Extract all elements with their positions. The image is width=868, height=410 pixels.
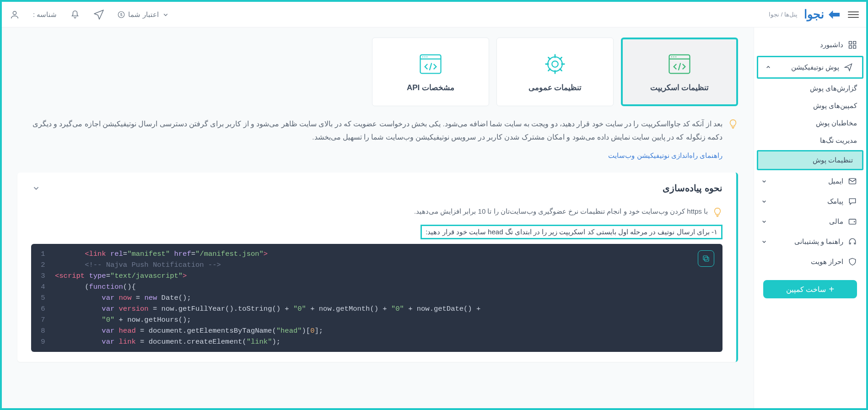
chevron-down-icon: [760, 198, 768, 205]
svg-point-13: [674, 56, 674, 57]
svg-rect-3: [849, 42, 852, 44]
sidebar-sub-campaigns[interactable]: کمپین‌های پوش: [754, 97, 866, 114]
bulb-icon: [728, 119, 738, 129]
create-campaign-label: ساخت کمپین: [786, 285, 826, 294]
info-block: بعد از آنکه کد جاوااسکریپت را در سایت خو…: [17, 117, 738, 144]
tab-label: تنظیمات عمومی: [528, 83, 582, 92]
card-title: نحوه پیاده‌سازی: [663, 183, 722, 194]
id-label: شناسه :: [33, 11, 57, 19]
sidebar: داشبورد پوش نوتیفیکیشن گزارش‌های پوش کمپ…: [754, 2, 866, 408]
logo[interactable]: نجوا: [804, 7, 841, 22]
svg-rect-22: [705, 257, 709, 261]
sidebar-item-sms[interactable]: پیامک: [754, 191, 866, 211]
code-line: 1 <link rel="manifest" href="/manifest.j…: [31, 248, 722, 259]
svg-rect-6: [853, 46, 856, 49]
code-window-icon: [418, 52, 443, 76]
svg-point-2: [13, 11, 16, 14]
sidebar-item-label: احراز هویت: [811, 258, 843, 266]
svg-point-16: [548, 57, 562, 71]
sidebar-sub-reports[interactable]: گزارش‌های پوش: [754, 80, 866, 97]
gear-icon: [543, 52, 567, 76]
chevron-down-icon: [760, 218, 768, 225]
svg-rect-10: [669, 54, 690, 73]
code-line: 6 var version = now.getFullYear().toStri…: [31, 303, 722, 314]
chevron-down-icon: [760, 178, 768, 185]
user-icon[interactable]: [9, 9, 20, 20]
create-campaign-button[interactable]: +ساخت کمپین: [763, 280, 857, 298]
svg-rect-5: [849, 46, 852, 49]
sidebar-item-auth[interactable]: احراز هویت: [754, 252, 866, 272]
svg-rect-17: [421, 54, 441, 73]
sidebar-item-label: پیامک: [827, 197, 843, 205]
implementation-card: نحوه پیاده‌سازی با https کردن وب‌سایت خو…: [17, 173, 738, 362]
breadcrumb: پنل‌ها / نجوا: [769, 11, 798, 18]
sidebar-item-support[interactable]: راهنما و پشتیبانی: [754, 232, 866, 252]
dollar-icon: $: [117, 11, 125, 19]
sidebar-item-dashboard[interactable]: داشبورد: [754, 35, 866, 55]
svg-point-15: [552, 61, 558, 67]
sidebar-sub-tags[interactable]: مدیریت تگ‌ها: [754, 132, 866, 149]
code-line: 8 var head = document.getElementsByTagNa…: [31, 325, 722, 336]
svg-point-12: [671, 56, 672, 57]
svg-point-20: [425, 56, 426, 57]
bell-icon[interactable]: [70, 9, 81, 20]
shield-icon: [848, 257, 857, 266]
chevron-up-icon: [765, 64, 772, 71]
tab-general-settings[interactable]: تنظیمات عمومی: [496, 38, 614, 106]
code-window-icon: [667, 52, 692, 76]
logo-text: نجوا: [804, 7, 824, 22]
code-line: 5 var now = new Date();: [31, 292, 722, 303]
dashboard-icon: [848, 40, 857, 49]
svg-point-19: [422, 56, 423, 57]
main-content: تنظیمات اسکریپت تنظیمات عمومی مشخصات API…: [2, 2, 754, 408]
copy-button[interactable]: [698, 250, 714, 267]
code-line: 4 (function(){: [31, 281, 722, 292]
tip-text: با https کردن وب‌سایت خود و انجام تنظیما…: [414, 207, 708, 216]
tab-api-settings[interactable]: مشخصات API: [372, 38, 489, 106]
info-text: بعد از آنکه کد جاوااسکریپت را در سایت خو…: [17, 117, 722, 144]
code-line: 9 var link = document.createElement("lin…: [31, 336, 722, 347]
settings-tabs: تنظیمات اسکریپت تنظیمات عمومی مشخصات API: [17, 38, 738, 106]
svg-rect-7: [849, 178, 856, 184]
chat-icon: [848, 197, 857, 206]
send-icon[interactable]: [93, 9, 104, 20]
sidebar-item-label: ایمیل: [828, 177, 843, 185]
tab-label: مشخصات API: [407, 83, 454, 92]
credit-label: اعتبار شما: [128, 11, 158, 19]
code-line: 3<script type="text/javascript">: [31, 270, 722, 281]
sidebar-item-label: داشبورد: [820, 41, 843, 49]
send-icon: [844, 63, 853, 72]
tip-row: با https کردن وب‌سایت خود و انجام تنظیما…: [31, 205, 722, 217]
sidebar-sub-settings[interactable]: تنظیمات پوش: [757, 150, 863, 170]
bulb-icon: [712, 207, 722, 217]
menu-toggle-button[interactable]: [848, 9, 859, 20]
code-line: 2 <!-- Najva Push Notification -->: [31, 259, 722, 270]
svg-point-9: [854, 221, 855, 222]
wallet-icon: [848, 217, 857, 226]
svg-rect-23: [703, 256, 707, 260]
tab-script-settings[interactable]: تنظیمات اسکریپت: [621, 38, 738, 106]
sidebar-item-email[interactable]: ایمیل: [754, 171, 866, 191]
step-1-text: ۱- برای ارسال نوتیف در مرحله اول بایستی …: [421, 225, 722, 239]
mail-icon: [848, 177, 857, 186]
svg-text:$: $: [120, 12, 123, 17]
credit-dropdown[interactable]: اعتبار شما $: [117, 11, 169, 19]
svg-point-21: [426, 56, 427, 57]
topbar: نجوا پنل‌ها / نجوا اعتبار شما $ شناسه :: [2, 2, 866, 27]
sidebar-item-label: راهنما و پشتیبانی: [794, 237, 843, 246]
sidebar-sub-audience[interactable]: مخاطبان پوش: [754, 114, 866, 132]
headphones-icon: [848, 237, 857, 246]
sidebar-item-finance[interactable]: مالی: [754, 211, 866, 232]
code-block: 1 <link rel="manifest" href="/manifest.j…: [31, 244, 722, 352]
sidebar-item-label: مالی: [829, 217, 843, 226]
svg-point-14: [675, 56, 676, 57]
code-line: 7 "0" + now.getHours();: [31, 314, 722, 325]
tab-label: تنظیمات اسکریپت: [650, 83, 709, 92]
chevron-down-icon: [760, 238, 768, 245]
chevron-down-icon[interactable]: [31, 183, 41, 193]
setup-guide-link[interactable]: راهنمای راه‌اندازی نوتیفیکیشن وب‌سایت: [17, 151, 738, 160]
sidebar-item-label: پوش نوتیفیکیشن: [791, 63, 839, 71]
svg-rect-4: [853, 42, 856, 44]
sidebar-item-push[interactable]: پوش نوتیفیکیشن: [757, 56, 863, 79]
